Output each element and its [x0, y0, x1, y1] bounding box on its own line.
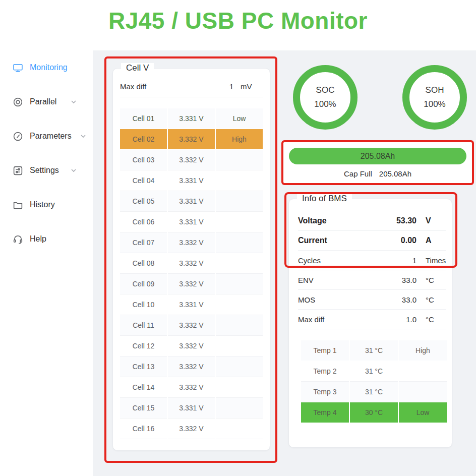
- bms-row-label: ENV: [298, 276, 376, 284]
- bms-row-value: 1.0: [376, 315, 416, 324]
- sidebar-item-parallel[interactable]: Parallel: [0, 85, 93, 119]
- sidebar-item-label: Monitoring: [30, 63, 68, 72]
- temp-row: Temp 1 31 °C High: [301, 340, 447, 361]
- sidebar-item-settings[interactable]: Settings: [0, 153, 93, 188]
- cell-name: Cell 04: [120, 170, 167, 191]
- cell-name: Cell 01: [120, 108, 167, 129]
- cell-row: Cell 03 3.332 V: [120, 150, 263, 170]
- temp-status: Low: [399, 402, 447, 423]
- cellv-panel: Cell V Max diff 1 mV Cell 01 3.331 V Low: [112, 68, 270, 451]
- gauge-icon: [13, 131, 23, 142]
- cell-row: Cell 12 3.332 V: [120, 336, 263, 356]
- cell-status: [216, 150, 263, 170]
- sidebar-item-help[interactable]: Help: [0, 222, 93, 256]
- cell-voltage: 3.331 V: [168, 398, 215, 419]
- cell-status: [216, 315, 263, 336]
- capacity-red-callout: 205.08Ah Cap Full205.08Ah: [281, 140, 474, 185]
- cell-row: Cell 06 3.331 V: [120, 212, 263, 232]
- cell-status: High: [216, 129, 263, 150]
- cell-voltage: 3.332 V: [168, 150, 215, 170]
- cell-status: [216, 212, 263, 232]
- cell-name: Cell 12: [120, 336, 167, 356]
- right-column: SOC 100% SOH 100% 205.08Ah Cap Full205.0…: [281, 56, 476, 448]
- cell-voltage-table: Cell 01 3.331 V Low Cell 02 3.332 V High…: [120, 108, 263, 439]
- cell-row: Cell 07 3.332 V: [120, 232, 263, 253]
- gauges: SOC 100% SOH 100%: [281, 56, 476, 130]
- bms-row-unit: °C: [426, 276, 446, 284]
- bms-row-label: MOS: [298, 295, 376, 304]
- cell-status: [216, 294, 263, 315]
- cell-name: Cell 09: [120, 274, 167, 294]
- sidebar-item-history[interactable]: History: [0, 188, 93, 222]
- cell-voltage: 3.332 V: [168, 419, 215, 439]
- bms-row-value: 1: [376, 256, 416, 265]
- cell-row: Cell 10 3.331 V: [120, 294, 263, 315]
- bms-row-value: 0.00: [376, 236, 416, 245]
- cell-status: [216, 253, 263, 274]
- cell-status: [216, 398, 263, 419]
- chevron-down-icon: [71, 99, 77, 105]
- cell-status: [216, 336, 263, 356]
- bms-row-unit: V: [426, 216, 446, 225]
- bms-row-unit: Times: [426, 256, 446, 265]
- cell-name: Cell 14: [120, 377, 167, 398]
- bms-row-label: Cycles: [298, 256, 376, 265]
- bms-row-label: Voltage: [298, 216, 376, 225]
- soc-value: 100%: [314, 99, 336, 109]
- temp-name: Temp 2: [301, 361, 349, 382]
- bms-row-value: 33.0: [376, 276, 416, 284]
- cell-status: [216, 419, 263, 439]
- capacity-bar: 205.08Ah: [289, 148, 466, 164]
- bms-info-row: ENV 33.0 °C: [298, 270, 446, 290]
- bms-row-unit: A: [426, 236, 446, 245]
- sidebar-item-parameters[interactable]: Parameters: [0, 119, 93, 153]
- sliders-icon: [13, 165, 23, 176]
- main-area: Cell V Max diff 1 mV Cell 01 3.331 V Low: [93, 50, 476, 476]
- cell-status: Low: [216, 108, 263, 129]
- sidebar-item-label: Parallel: [30, 97, 56, 106]
- cell-voltage: 3.332 V: [168, 315, 215, 336]
- cell-voltage: 3.332 V: [168, 274, 215, 294]
- sidebar: Monitoring Parallel Parameters Settings: [0, 50, 93, 476]
- cell-row: Cell 02 3.332 V High: [120, 129, 263, 150]
- folder-icon: [13, 200, 23, 210]
- bms-info-wrap: Info of BMS Voltage 53.30 V Current: [281, 199, 476, 448]
- temp-name: Temp 3: [301, 382, 349, 402]
- cell-voltage: 3.331 V: [168, 212, 215, 232]
- cell-voltage: 3.331 V: [168, 108, 215, 129]
- capacity-bar-text: 205.08Ah: [361, 152, 395, 161]
- chevron-down-icon: [80, 133, 86, 139]
- cell-voltage: 3.331 V: [168, 191, 215, 212]
- cell-row: Cell 05 3.331 V: [120, 191, 263, 212]
- temp-value: 30 °C: [350, 402, 398, 423]
- sidebar-item-label: Parameters: [30, 132, 72, 141]
- temp-name: Temp 4: [301, 402, 349, 423]
- soh-value: 100%: [424, 99, 445, 109]
- bms-info-row: Cycles 1 Times: [298, 251, 446, 270]
- cap-full-value: 205.08Ah: [379, 169, 411, 178]
- soc-gauge: SOC 100%: [293, 65, 358, 130]
- cell-row: Cell 13 3.332 V: [120, 356, 263, 377]
- page-title: RJ45 / USB PC Monitor: [0, 7, 476, 34]
- cell-status: [216, 377, 263, 398]
- bms-row-label: Max diff: [298, 315, 376, 324]
- soh-gauge: SOH 100%: [402, 65, 467, 130]
- cell-name: Cell 15: [120, 398, 167, 419]
- temp-status: [399, 361, 447, 382]
- chevron-down-icon: [71, 167, 77, 173]
- cell-row: Cell 08 3.332 V: [120, 253, 263, 274]
- bms-info-row: Max diff 1.0 °C: [298, 310, 446, 329]
- cell-voltage: 3.332 V: [168, 253, 215, 274]
- sidebar-item-label: History: [30, 200, 55, 209]
- cell-row: Cell 11 3.332 V: [120, 315, 263, 336]
- bms-row-unit: °C: [426, 315, 446, 324]
- eye-icon: [13, 97, 23, 107]
- temperature-table: Temp 1 31 °C High Temp 2 31 °C: [301, 340, 447, 423]
- maxdiff-value: 1: [203, 82, 233, 91]
- bms-info-row: Voltage 53.30 V: [298, 211, 446, 231]
- temp-value: 31 °C: [350, 382, 398, 402]
- sidebar-item-monitoring[interactable]: Monitoring: [0, 50, 93, 85]
- cell-status: [216, 170, 263, 191]
- cell-name: Cell 16: [120, 419, 167, 439]
- cell-row: Cell 04 3.331 V: [120, 170, 263, 191]
